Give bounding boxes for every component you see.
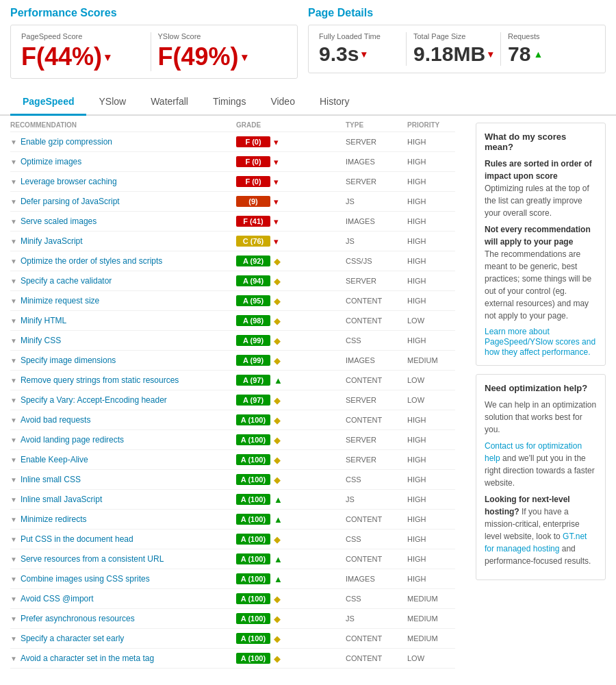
rec-name-26[interactable]: Avoid a character set in the meta tag [21, 653, 236, 663]
rec-grade-badge-14: A (100) [236, 414, 270, 425]
help-p2-text: and we'll put you in the right direction… [485, 453, 595, 488]
rec-name-14[interactable]: Avoid bad requests [21, 415, 236, 425]
rec-name-15[interactable]: Avoid landing page redirects [21, 435, 236, 445]
rec-expand-arrow-25[interactable]: ▼ [10, 635, 17, 643]
rec-name-11[interactable]: Specify image dimensions [21, 356, 236, 365]
rec-expand-arrow-2[interactable]: ▼ [10, 178, 17, 186]
tab-waterfall[interactable]: Waterfall [138, 89, 201, 116]
rec-name-20[interactable]: Put CSS in the document head [21, 534, 236, 544]
rec-expand-arrow-1[interactable]: ▼ [10, 158, 17, 166]
detail-value-1[interactable]: 9.18MB ▾ [413, 42, 493, 66]
rec-name-1[interactable]: Optimize images [21, 157, 236, 166]
tab-yslow[interactable]: YSlow [86, 89, 138, 116]
detail-value-0[interactable]: 9.3s ▾ [319, 42, 399, 66]
rec-expand-arrow-9[interactable]: ▼ [10, 317, 17, 325]
rec-grade-cell-20: A (100) ◆ [236, 534, 346, 545]
yslow-arrow[interactable]: ▾ [242, 51, 247, 64]
rec-name-18[interactable]: Inline small JavaScript [21, 495, 236, 504]
rec-expand-arrow-14[interactable]: ▼ [10, 416, 17, 424]
rec-name-4[interactable]: Serve scaled images [21, 216, 236, 226]
rec-type-17: CSS [346, 475, 407, 484]
rec-name-16[interactable]: Enable Keep-Alive [21, 455, 236, 464]
rec-grade-cell-23: A (100) ◆ [236, 593, 346, 604]
rec-expand-arrow-16[interactable]: ▼ [10, 456, 17, 464]
rec-expand-arrow-10[interactable]: ▼ [10, 337, 17, 345]
rec-expand-arrow-13[interactable]: ▼ [10, 397, 17, 404]
rec-expand-arrow-3[interactable]: ▼ [10, 198, 17, 206]
detail-arrow-1[interactable]: ▾ [488, 49, 493, 60]
rec-expand-arrow-11[interactable]: ▼ [10, 357, 17, 364]
tab-history[interactable]: History [307, 89, 362, 116]
rec-expand-arrow-5[interactable]: ▼ [10, 238, 17, 245]
detail-item-0: Fully Loaded Time 9.3s ▾ [319, 32, 406, 66]
table-row: ▼ Specify image dimensions A (99) ◆ IMAG… [10, 351, 455, 371]
rec-name-3[interactable]: Defer parsing of JavaScript [21, 197, 236, 206]
rec-grade-badge-16: A (100) [236, 454, 270, 465]
scores-info-link[interactable]: Learn more about PageSpeed/YSlow scores … [485, 327, 595, 357]
rec-priority-24: MEDIUM [407, 614, 455, 623]
rec-expand-arrow-20[interactable]: ▼ [10, 536, 17, 543]
rec-name-22[interactable]: Combine images using CSS sprites [21, 574, 236, 584]
rec-name-8[interactable]: Minimize request size [21, 296, 236, 306]
rec-grade-badge-18: A (100) [236, 494, 270, 505]
rec-expand-arrow-15[interactable]: ▼ [10, 436, 17, 444]
rec-expand-arrow-19[interactable]: ▼ [10, 516, 17, 523]
detail-arrow-0[interactable]: ▾ [361, 49, 366, 60]
rec-expand-arrow-0[interactable]: ▼ [10, 138, 17, 146]
rec-name-19[interactable]: Minimize redirects [21, 514, 236, 524]
rec-grade-cell-19: A (100) ▲ [236, 514, 346, 525]
tab-timings[interactable]: Timings [201, 89, 259, 116]
rec-grade-icon-21: ▲ [274, 554, 283, 564]
tab-video[interactable]: Video [258, 89, 307, 116]
detail-arrow-2[interactable]: ▲ [533, 49, 543, 60]
rec-grade-badge-21: A (100) [236, 553, 270, 564]
rec-grade-badge-10: A (99) [236, 335, 270, 346]
pagespeed-arrow[interactable]: ▾ [105, 51, 110, 64]
rec-grade-icon-9: ◆ [274, 316, 281, 326]
yslow-value: F(49%) ▾ [158, 42, 281, 71]
rec-name-5[interactable]: Minify JavaScript [21, 236, 236, 246]
rec-name-7[interactable]: Specify a cache validator [21, 276, 236, 286]
rec-name-6[interactable]: Optimize the order of styles and scripts [21, 256, 236, 266]
rec-grade-icon-16: ◆ [274, 455, 281, 465]
detail-value-2[interactable]: 78 ▲ [508, 42, 588, 66]
rec-grade-badge-3: (9) [236, 196, 270, 207]
rec-name-17[interactable]: Inline small CSS [21, 475, 236, 484]
rec-name-10[interactable]: Minify CSS [21, 336, 236, 345]
rec-expand-arrow-18[interactable]: ▼ [10, 496, 17, 503]
rec-priority-16: HIGH [407, 456, 455, 464]
rec-name-13[interactable]: Specify a Vary: Accept-Encoding header [21, 395, 236, 405]
rec-expand-arrow-7[interactable]: ▼ [10, 277, 17, 285]
rec-name-12[interactable]: Remove query strings from static resourc… [21, 375, 236, 385]
rec-expand-arrow-17[interactable]: ▼ [10, 476, 17, 484]
rec-name-2[interactable]: Leverage browser caching [21, 177, 236, 186]
table-row: ▼ Minify HTML A (98) ◆ CONTENT LOW [10, 311, 455, 331]
rec-priority-12: LOW [407, 376, 455, 384]
rec-name-23[interactable]: Avoid CSS @import [21, 594, 236, 603]
rec-expand-arrow-12[interactable]: ▼ [10, 377, 17, 384]
rec-name-21[interactable]: Serve resources from a consistent URL [21, 554, 236, 564]
rec-grade-badge-17: A (100) [236, 474, 270, 485]
rec-expand-arrow-26[interactable]: ▼ [10, 655, 17, 662]
tab-pagespeed[interactable]: PageSpeed [10, 89, 86, 116]
help-p3: Looking for next-level hosting? If you h… [485, 493, 597, 567]
rec-grade-cell-8: A (95) ◆ [236, 295, 346, 306]
rec-name-25[interactable]: Specify a character set early [21, 634, 236, 643]
rec-priority-17: HIGH [407, 475, 455, 484]
rec-expand-arrow-22[interactable]: ▼ [10, 575, 17, 583]
rec-name-0[interactable]: Enable gzip compression [21, 137, 236, 147]
rec-expand-arrow-21[interactable]: ▼ [10, 556, 17, 563]
rec-type-23: CSS [346, 595, 407, 603]
rec-priority-26: LOW [407, 654, 455, 662]
table-row: ▼ Remove query strings from static resou… [10, 371, 455, 390]
rec-type-11: IMAGES [346, 356, 407, 364]
rec-type-13: SERVER [346, 396, 407, 404]
rec-expand-arrow-8[interactable]: ▼ [10, 297, 17, 305]
rec-name-9[interactable]: Minify HTML [21, 316, 236, 325]
rec-expand-arrow-4[interactable]: ▼ [10, 218, 17, 225]
rec-grade-badge-7: A (94) [236, 275, 270, 286]
rec-expand-arrow-23[interactable]: ▼ [10, 595, 17, 603]
rec-expand-arrow-24[interactable]: ▼ [10, 615, 17, 623]
rec-name-24[interactable]: Prefer asynchronous resources [21, 614, 236, 623]
rec-expand-arrow-6[interactable]: ▼ [10, 258, 17, 265]
